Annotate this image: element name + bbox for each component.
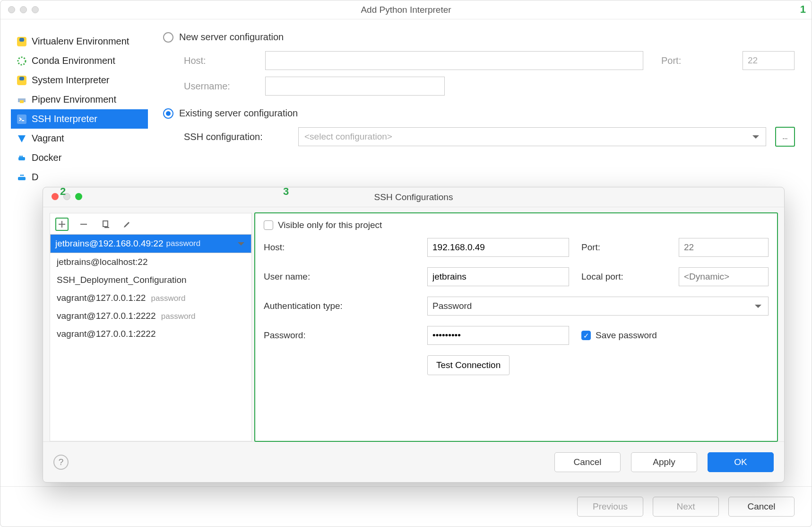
overlay-footer: ? Cancel Apply OK bbox=[43, 441, 784, 482]
user-input[interactable] bbox=[427, 267, 569, 286]
svg-rect-10 bbox=[18, 177, 26, 180]
help-button[interactable]: ? bbox=[53, 455, 69, 470]
config-detail-panel: Visible only for this project Host: Port… bbox=[255, 213, 777, 441]
config-list-item[interactable]: vagrant@127.0.0.1:2222 password bbox=[50, 307, 251, 325]
port-label: Port: bbox=[661, 55, 737, 66]
pencil-icon bbox=[122, 220, 132, 229]
dropdown-placeholder: <select configuration> bbox=[304, 132, 392, 142]
callout-2: 2 bbox=[60, 185, 66, 198]
checkbox-icon bbox=[581, 331, 591, 340]
sidebar-item-conda[interactable]: Conda Environment bbox=[11, 51, 148, 70]
config-item-hint: password bbox=[151, 294, 186, 303]
config-list: jetbrains@192.168.0.49:22 password jetbr… bbox=[50, 234, 251, 441]
svg-rect-13 bbox=[103, 221, 108, 227]
cancel-button[interactable]: Cancel bbox=[554, 452, 621, 472]
sidebar-item-system[interactable]: System Interpreter bbox=[11, 70, 148, 90]
config-item-label: vagrant@127.0.0.1:22 bbox=[57, 293, 146, 303]
port-input bbox=[743, 51, 795, 70]
config-list-item[interactable]: jetbrains@192.168.0.49:22 password bbox=[50, 234, 251, 253]
svg-rect-4 bbox=[19, 77, 24, 80]
close-icon[interactable] bbox=[8, 6, 15, 13]
sidebar-item-label: System Interpreter bbox=[32, 75, 110, 86]
local-port-input[interactable] bbox=[679, 267, 769, 286]
config-item-hint: password bbox=[166, 239, 200, 248]
config-list-item[interactable]: SSH_Deployment_Configuration bbox=[50, 271, 251, 289]
port-input[interactable] bbox=[679, 238, 769, 257]
config-item-label: SSH_Deployment_Configuration bbox=[57, 275, 187, 285]
svg-rect-5 bbox=[20, 100, 24, 103]
password-input[interactable] bbox=[427, 326, 569, 345]
zoom-icon[interactable] bbox=[75, 193, 82, 200]
edit-button[interactable] bbox=[121, 218, 133, 230]
save-password-label: Save password bbox=[596, 330, 657, 341]
overlay-title: SSH Configurations bbox=[43, 192, 784, 202]
svg-rect-9 bbox=[21, 156, 23, 157]
overlay-body: 2 3 jetbrains@192.168.0.49:22 bbox=[43, 207, 784, 441]
svg-point-2 bbox=[18, 57, 26, 65]
host-label: Host: bbox=[184, 55, 259, 66]
window-controls bbox=[52, 193, 82, 200]
sidebar-item-label: Virtualenv Environment bbox=[32, 36, 129, 47]
config-form: Host: Port: User name: Local port: Authe… bbox=[264, 238, 769, 375]
add-button[interactable] bbox=[56, 218, 68, 230]
ssh-icon bbox=[17, 114, 27, 124]
remove-button[interactable] bbox=[78, 218, 90, 230]
new-server-radio-row[interactable]: New server configuration bbox=[163, 32, 795, 43]
ok-button[interactable]: OK bbox=[708, 452, 774, 472]
docker-icon bbox=[17, 153, 27, 163]
config-item-hint: password bbox=[161, 312, 196, 321]
pipenv-icon bbox=[17, 95, 27, 105]
previous-button[interactable]: Previous bbox=[577, 497, 643, 517]
visible-only-row[interactable]: Visible only for this project bbox=[264, 220, 769, 230]
cancel-button[interactable]: Cancel bbox=[728, 497, 795, 517]
callout-1: 1 bbox=[800, 3, 806, 16]
sidebar-item-ssh[interactable]: SSH Interpreter bbox=[11, 109, 148, 129]
test-connection-button[interactable]: Test Connection bbox=[427, 355, 510, 375]
window-controls bbox=[8, 6, 39, 13]
ssh-config-label: SSH configuration: bbox=[184, 132, 293, 142]
apply-button[interactable]: Apply bbox=[631, 452, 697, 472]
auth-type-value: Password bbox=[432, 301, 472, 311]
ssh-config-dropdown[interactable]: <select configuration> bbox=[298, 127, 766, 146]
conda-icon bbox=[17, 56, 27, 66]
host-label: Host: bbox=[264, 242, 415, 253]
sidebar-item-vagrant[interactable]: Vagrant bbox=[11, 129, 148, 148]
sidebar-item-docker-compose[interactable]: D bbox=[11, 167, 148, 187]
user-label: User name: bbox=[264, 272, 415, 282]
sidebar-item-virtualenv[interactable]: Virtualenv Environment bbox=[11, 32, 148, 51]
svg-rect-8 bbox=[19, 156, 21, 157]
host-row: Host: Port: bbox=[184, 51, 795, 70]
sidebar-item-pipenv[interactable]: Pipenv Environment bbox=[11, 90, 148, 109]
sidebar-item-label: Docker bbox=[32, 152, 61, 163]
password-label: Password: bbox=[264, 330, 415, 341]
username-label: Username: bbox=[184, 81, 259, 92]
config-list-toolbar bbox=[50, 213, 251, 234]
sidebar-item-docker[interactable]: Docker bbox=[11, 148, 148, 167]
zoom-icon[interactable] bbox=[32, 6, 39, 13]
ssh-config-browse-button[interactable]: ... bbox=[776, 127, 795, 146]
config-item-label: jetbrains@192.168.0.49:22 bbox=[55, 238, 163, 249]
radio-icon bbox=[163, 32, 173, 43]
docker-compose-icon bbox=[17, 172, 27, 183]
config-list-item[interactable]: vagrant@127.0.0.1:2222 bbox=[50, 325, 251, 343]
copy-button[interactable] bbox=[99, 218, 112, 230]
save-password-row[interactable]: Save password bbox=[581, 330, 769, 341]
local-port-label: Local port: bbox=[581, 272, 666, 282]
existing-server-radio-row[interactable]: Existing server configuration bbox=[163, 108, 795, 119]
minimize-icon[interactable] bbox=[20, 6, 27, 13]
config-list-item[interactable]: jetbrains@localhost:22 bbox=[50, 253, 251, 271]
radio-label: Existing server configuration bbox=[179, 108, 298, 119]
close-icon[interactable] bbox=[52, 193, 59, 200]
host-input[interactable] bbox=[427, 238, 569, 257]
config-item-label: vagrant@127.0.0.1:2222 bbox=[57, 311, 155, 321]
config-list-item[interactable]: vagrant@127.0.0.1:22 password bbox=[50, 289, 251, 307]
config-item-label: jetbrains@localhost:22 bbox=[57, 257, 148, 267]
next-button[interactable]: Next bbox=[653, 497, 719, 517]
auth-type-dropdown[interactable]: Password bbox=[427, 297, 769, 316]
sidebar-item-label: SSH Interpreter bbox=[32, 114, 97, 124]
svg-rect-12 bbox=[22, 175, 24, 176]
ssh-configurations-dialog: SSH Configurations 2 3 bbox=[43, 187, 785, 483]
config-list-panel: jetbrains@192.168.0.49:22 password jetbr… bbox=[50, 213, 252, 441]
sidebar-item-label: D bbox=[32, 172, 38, 183]
python-icon bbox=[17, 75, 27, 86]
